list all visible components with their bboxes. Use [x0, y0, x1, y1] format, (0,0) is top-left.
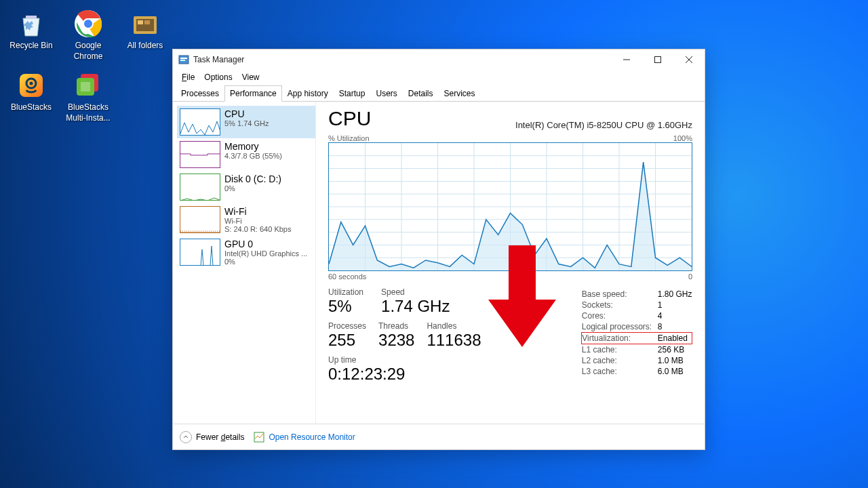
tab-startup[interactable]: Startup: [334, 85, 371, 102]
spec-row: Logical processors:8: [582, 321, 692, 333]
close-button[interactable]: [673, 49, 705, 70]
fewer-details-button[interactable]: Fewer details: [180, 431, 244, 443]
spec-row: Virtualization:Enabled: [582, 333, 692, 344]
tab-app-history[interactable]: App history: [282, 85, 334, 102]
tab-bar: Processes Performance App history Startu…: [173, 85, 705, 102]
desktop-icon-bluestacks-multi[interactable]: BlueStacks Multi-Insta...: [62, 67, 114, 126]
tab-users[interactable]: Users: [370, 85, 402, 102]
spec-row: L1 cache:256 KB: [582, 344, 692, 356]
minimize-button[interactable]: [611, 49, 642, 70]
titlebar[interactable]: Task Manager: [173, 49, 705, 70]
tab-services[interactable]: Services: [439, 85, 481, 102]
sidebar-item-cpu[interactable]: CPU5% 1.74 GHz: [177, 106, 315, 138]
spec-row: L2 cache:1.0 MB: [582, 355, 692, 366]
chevron-up-icon: [180, 431, 192, 443]
maximize-button[interactable]: [642, 49, 673, 70]
stat-utilization: Utilization5%: [328, 287, 363, 316]
task-manager-icon: [178, 54, 189, 65]
tab-performance[interactable]: Performance: [224, 85, 282, 102]
sidebar-item-memory[interactable]: Memory4.3/7.8 GB (55%): [177, 138, 315, 171]
folder-icon: [130, 8, 161, 39]
menu-options[interactable]: Options: [199, 71, 237, 83]
spec-row: Sockets:1: [582, 300, 692, 310]
spec-row: Base speed:1.80 GHz: [582, 289, 692, 300]
desktop-icon-chrome[interactable]: Google Chrome: [62, 5, 114, 64]
desktop-icon-bluestacks[interactable]: BlueStacks: [5, 67, 57, 126]
svg-rect-17: [655, 57, 661, 63]
bluestacks-icon: [16, 70, 47, 101]
tab-details[interactable]: Details: [403, 85, 439, 102]
stat-speed: Speed1.74 GHz: [381, 287, 450, 316]
stat-threads: Threads3238: [378, 321, 414, 350]
stat-processes: Processes255: [328, 321, 366, 350]
spec-row: Cores:4: [582, 310, 692, 321]
svg-rect-5: [138, 20, 143, 24]
svg-rect-14: [180, 58, 187, 59]
sidebar-item-gpu[interactable]: GPU 0Intel(R) UHD Graphics ...0%: [177, 236, 315, 268]
chrome-icon: [73, 8, 104, 39]
cpu-specs-table: Base speed:1.80 GHzSockets:1Cores:4Logic…: [581, 289, 692, 384]
resource-monitor-icon: [254, 432, 264, 443]
sidebar-item-wifi[interactable]: Wi-FiWi-FiS: 24.0 R: 640 Kbps: [177, 203, 315, 236]
svg-rect-7: [20, 74, 43, 97]
sidebar-item-disk[interactable]: Disk 0 (C: D:)0%: [177, 171, 315, 203]
spec-row: L3 cache:6.0 MB: [582, 366, 692, 377]
window-title: Task Manager: [193, 55, 244, 64]
svg-point-9: [30, 82, 33, 85]
task-manager-window: Task Manager File Options View Processes…: [172, 49, 705, 450]
bluestacks-multi-icon: [73, 70, 104, 101]
svg-rect-6: [144, 20, 150, 24]
cpu-model: Intel(R) Core(TM) i5-8250U CPU @ 1.60GHz: [515, 120, 692, 130]
open-resource-monitor-link[interactable]: Open Resource Monitor: [254, 432, 355, 443]
stat-uptime: Up time0:12:23:29: [328, 355, 581, 384]
page-title: CPU: [328, 107, 371, 130]
desktop-icon-recycle-bin[interactable]: Recycle Bin: [5, 5, 57, 64]
recycle-bin-icon: [16, 8, 47, 39]
menu-bar: File Options View: [173, 70, 705, 85]
tab-processes[interactable]: Processes: [176, 85, 224, 102]
svg-rect-12: [81, 82, 90, 92]
performance-main-panel: CPU Intel(R) Core(TM) i5-8250U CPU @ 1.6…: [315, 102, 705, 424]
svg-rect-15: [180, 60, 185, 61]
desktop-icon-all-folders[interactable]: All folders: [119, 5, 171, 64]
cpu-utilization-chart[interactable]: [328, 142, 692, 271]
stat-handles: Handles111638: [427, 321, 481, 350]
performance-sidebar: CPU5% 1.74 GHz Memory4.3/7.8 GB (55%) Di…: [173, 102, 315, 424]
menu-view[interactable]: View: [237, 71, 264, 83]
menu-file[interactable]: File: [177, 71, 199, 83]
